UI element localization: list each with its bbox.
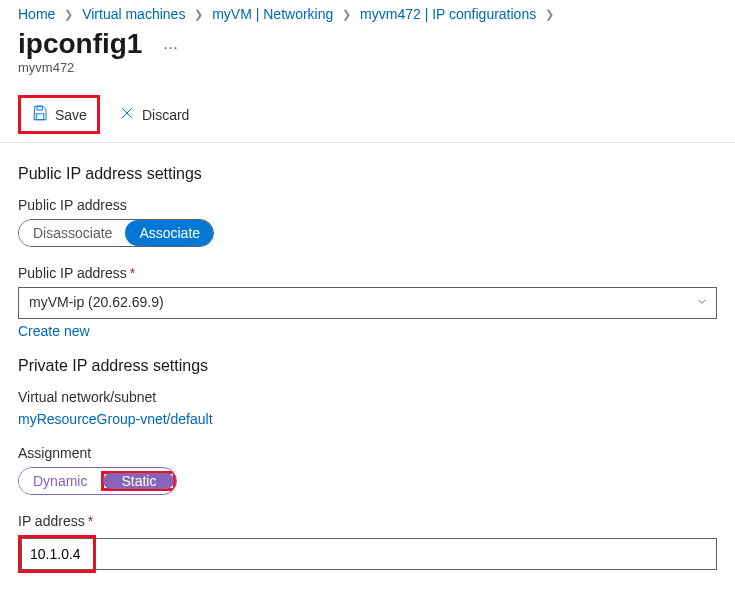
vnet-subnet-value[interactable]: myResourceGroup-vnet/default (18, 411, 213, 427)
breadcrumb-ipconfigs[interactable]: myvm472 | IP configurations (360, 6, 536, 22)
toolbar: Save Discard (0, 89, 735, 143)
required-indicator: * (130, 265, 135, 281)
svg-rect-1 (36, 114, 44, 120)
private-ip-section-heading: Private IP address settings (18, 357, 717, 375)
breadcrumb-vms[interactable]: Virtual machines (82, 6, 185, 22)
static-option[interactable]: Static (103, 473, 174, 489)
close-icon (118, 104, 136, 125)
required-indicator: * (88, 513, 93, 529)
page-title: ipconfig1 (18, 28, 142, 60)
assignment-label: Assignment (18, 445, 717, 461)
ip-address-field-row (18, 535, 717, 573)
public-ip-section-heading: Public IP address settings (18, 165, 717, 183)
breadcrumb-vm-networking[interactable]: myVM | Networking (212, 6, 333, 22)
public-ip-dropdown[interactable]: myVM-ip (20.62.69.9) (18, 287, 717, 319)
create-new-public-ip-link[interactable]: Create new (18, 323, 90, 339)
save-label: Save (55, 107, 87, 123)
chevron-right-icon: ❯ (337, 8, 356, 21)
page-subtitle: myvm472 (0, 60, 735, 89)
save-icon (31, 104, 49, 125)
assignment-toggle[interactable]: Dynamic Static (18, 467, 177, 495)
discard-label: Discard (142, 107, 189, 123)
breadcrumb-home[interactable]: Home (18, 6, 55, 22)
public-ip-toggle[interactable]: Disassociate Associate (18, 219, 214, 247)
public-ip-toggle-label: Public IP address (18, 197, 717, 213)
more-actions-button[interactable]: … (156, 31, 184, 57)
ip-address-input-rest[interactable] (93, 538, 717, 570)
public-ip-dropdown-value: myVM-ip (20.62.69.9) (18, 287, 717, 319)
chevron-right-icon: ❯ (540, 8, 559, 21)
associate-option[interactable]: Associate (125, 220, 214, 246)
save-button[interactable]: Save (27, 102, 91, 127)
breadcrumb: Home ❯ Virtual machines ❯ myVM | Network… (0, 0, 735, 24)
discard-button[interactable]: Discard (114, 102, 193, 127)
ip-address-label: IP address* (18, 513, 717, 529)
chevron-right-icon: ❯ (59, 8, 78, 21)
ip-address-input[interactable] (21, 538, 93, 570)
disassociate-option[interactable]: Disassociate (19, 220, 126, 246)
svg-rect-0 (37, 106, 42, 110)
public-ip-dropdown-label: Public IP address* (18, 265, 717, 281)
vnet-subnet-label: Virtual network/subnet (18, 389, 717, 405)
chevron-right-icon: ❯ (189, 8, 208, 21)
dynamic-option[interactable]: Dynamic (19, 468, 101, 494)
